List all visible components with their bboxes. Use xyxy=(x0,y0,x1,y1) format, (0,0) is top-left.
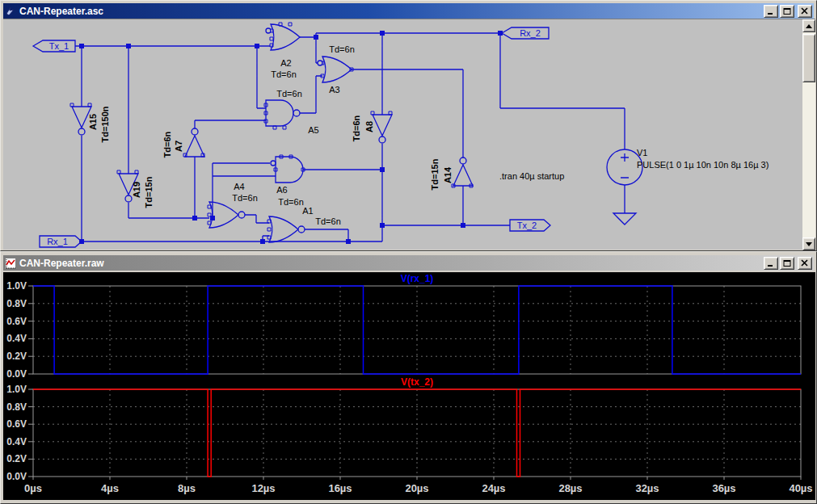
schematic-titlebar[interactable]: CAN-Repeater.asc xyxy=(3,3,814,19)
svg-text:0.2V: 0.2V xyxy=(6,453,27,464)
svg-text:Rx_1: Rx_1 xyxy=(47,237,68,246)
svg-text:Rx_2: Rx_2 xyxy=(520,28,541,38)
svg-text:0.2V: 0.2V xyxy=(6,351,27,362)
svg-text:Td=6n: Td=6n xyxy=(278,197,304,207)
minimize-icon[interactable] xyxy=(764,257,778,270)
waveform-plot-area[interactable]: 0.0V0.2V0.4V0.6V0.8V1.0VV(rx_1)0.0V0.2V0… xyxy=(3,272,815,500)
svg-text:1.0V: 1.0V xyxy=(6,280,27,292)
svg-text:Td=6n: Td=6n xyxy=(232,193,258,203)
ground-symbol xyxy=(613,213,636,225)
svg-text:Tx_1: Tx_1 xyxy=(49,41,69,51)
svg-text:Td=6n: Td=6n xyxy=(329,44,355,54)
gate-a4[interactable]: A4 Td=6n xyxy=(209,182,258,228)
scrollbar-thumb[interactable] xyxy=(802,34,815,82)
close-icon[interactable] xyxy=(798,257,812,270)
svg-text:20µs: 20µs xyxy=(405,482,428,494)
net-flag-tx2[interactable]: Tx_2 xyxy=(510,220,550,231)
component-pins xyxy=(70,23,473,239)
svg-text:12µs: 12µs xyxy=(251,482,275,494)
svg-text:Td=6n: Td=6n xyxy=(162,131,172,158)
spice-directive[interactable]: .tran 40µ startup xyxy=(499,171,564,181)
schematic-wires xyxy=(75,33,625,242)
svg-text:A5: A5 xyxy=(308,125,318,135)
minimize-icon[interactable] xyxy=(764,5,778,18)
svg-text:A6: A6 xyxy=(276,185,287,195)
svg-text:16µs: 16µs xyxy=(328,482,352,494)
svg-text:0.6V: 0.6V xyxy=(6,316,27,327)
schematic-app-icon xyxy=(5,6,16,17)
svg-text:1.0V: 1.0V xyxy=(6,384,27,395)
svg-text:0.6V: 0.6V xyxy=(6,418,27,430)
waveform-window: CAN-Repeater.raw 0.0V0.2V0.4V0.6V0.8V1.0… xyxy=(0,251,817,504)
svg-text:0.0V: 0.0V xyxy=(6,471,27,482)
svg-text:40µs: 40µs xyxy=(789,482,812,494)
svg-text:28µs: 28µs xyxy=(558,482,582,494)
schematic-window: CAN-Repeater.asc A15 xyxy=(0,0,817,251)
gate-a6[interactable]: A6 Td=6n xyxy=(271,157,304,207)
svg-text:4µs: 4µs xyxy=(101,482,119,494)
svg-text:32µs: 32µs xyxy=(635,482,659,494)
svg-text:0.0V: 0.0V xyxy=(6,368,27,380)
gate-a3[interactable]: Td=6n A3 xyxy=(318,44,355,94)
maximize-icon[interactable] xyxy=(780,5,794,18)
inverter-a15[interactable]: A15 Td=150n xyxy=(72,106,110,142)
inverter-a8[interactable]: Td=6n A8 xyxy=(352,115,392,143)
net-flag-rx2[interactable]: Rx_2 xyxy=(502,27,549,39)
svg-text:Td=6n: Td=6n xyxy=(271,69,297,79)
svg-text:A8: A8 xyxy=(364,121,374,132)
svg-text:36µs: 36µs xyxy=(712,482,735,494)
svg-text:24µs: 24µs xyxy=(482,482,505,494)
close-icon[interactable] xyxy=(798,5,812,18)
svg-text:Td=15n: Td=15n xyxy=(144,176,154,208)
svg-text:Td=6n: Td=6n xyxy=(315,216,341,226)
svg-text:V(rx_1): V(rx_1) xyxy=(401,273,434,284)
svg-text:A15: A15 xyxy=(88,114,98,130)
svg-text:A1: A1 xyxy=(302,206,313,216)
svg-text:PULSE(1 0 1µ 10n 10n 8µ 16µ 3): PULSE(1 0 1µ 10n 10n 8µ 16µ 3) xyxy=(637,160,769,170)
gate-a5[interactable]: Td=6n A5 xyxy=(266,89,319,135)
svg-text:V(tx_2): V(tx_2) xyxy=(401,376,433,388)
svg-text:A4: A4 xyxy=(234,182,244,191)
scroll-down-icon[interactable] xyxy=(802,237,815,250)
svg-text:A19: A19 xyxy=(132,182,141,198)
svg-text:A14: A14 xyxy=(443,166,453,183)
svg-text:0µs: 0µs xyxy=(24,482,42,494)
svg-text:0.4V: 0.4V xyxy=(6,436,27,447)
waveform-app-icon xyxy=(5,258,16,269)
svg-text:Td=6n: Td=6n xyxy=(352,115,361,141)
svg-text:A3: A3 xyxy=(329,85,339,94)
waveform-window-title: CAN-Repeater.raw xyxy=(19,258,104,269)
svg-text:0.4V: 0.4V xyxy=(6,333,27,344)
schematic-canvas[interactable]: A15 Td=150n A19 Td=15n Td=6n A7 Td= xyxy=(3,19,815,250)
gate-a1[interactable]: A1 Td=6n xyxy=(269,206,341,242)
schematic-window-title: CAN-Repeater.asc xyxy=(19,6,103,17)
svg-text:8µs: 8µs xyxy=(178,482,196,494)
svg-text:V1: V1 xyxy=(637,148,647,158)
net-flag-tx1[interactable]: Tx_1 xyxy=(33,40,75,52)
maximize-icon[interactable] xyxy=(780,257,794,270)
svg-text:Td=150n: Td=150n xyxy=(100,106,110,142)
net-flag-rx1[interactable]: Rx_1 xyxy=(40,236,82,247)
svg-text:Tx_2: Tx_2 xyxy=(517,220,537,230)
schematic-vertical-scrollbar[interactable] xyxy=(802,19,815,250)
waveform-titlebar[interactable]: CAN-Repeater.raw xyxy=(3,255,814,271)
svg-text:A2: A2 xyxy=(280,58,291,68)
svg-text:0.8V: 0.8V xyxy=(6,401,27,413)
waveform-canvas[interactable]: 0.0V0.2V0.4V0.6V0.8V1.0VV(rx_1)0.0V0.2V0… xyxy=(3,272,815,500)
svg-text:0.8V: 0.8V xyxy=(6,298,27,309)
svg-text:A7: A7 xyxy=(174,141,183,152)
inverter-a19[interactable]: A19 Td=15n xyxy=(119,174,154,208)
schematic-drawing: A15 Td=150n A19 Td=15n Td=6n A7 Td= xyxy=(3,19,802,250)
scroll-up-icon[interactable] xyxy=(802,19,815,32)
svg-text:Td=15n: Td=15n xyxy=(430,158,440,190)
svg-text:Td=6n: Td=6n xyxy=(276,89,302,99)
voltage-source-v1[interactable]: V1 PULSE(1 0 1µ 10n 10n 8µ 16µ 3) xyxy=(607,148,769,225)
